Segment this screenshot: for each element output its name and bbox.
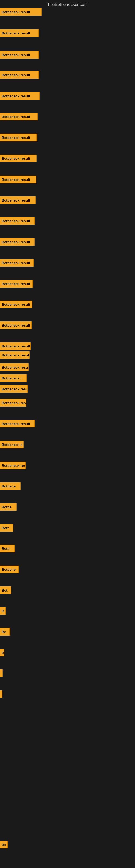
bottleneck-item: Bottleneck result [0,113,38,120]
bottleneck-item: Bottle [0,503,17,511]
bottleneck-item: B [0,649,4,656]
bottleneck-label: Bottleneck resu [2,387,27,391]
bottleneck-label: Bottleneck resu [2,464,25,468]
bottleneck-item: Bottleneck result [0,351,30,359]
bottleneck-label: Bottleneck result [2,282,30,286]
bottleneck-item: Bottleneck result [0,134,37,141]
bottleneck-item: Bottleneck result [0,259,34,267]
bottleneck-item: B [0,607,6,615]
bottleneck-item: Bottlene [0,482,20,490]
bottleneck-label: Bottleneck result [2,303,30,307]
bottleneck-item: Bo [0,841,8,848]
bottleneck-label: Bo [2,630,6,634]
bottleneck-label: Bott [2,526,9,530]
site-title: TheBottlenecker.com [0,0,135,9]
bottleneck-label: Bottleneck r [2,376,22,380]
bottleneck-item: Bottleneck resu [0,385,28,393]
bottleneck-label: Bottlene [2,484,16,488]
bottleneck-label: Bottleneck result [2,323,30,328]
bottleneck-label: B [2,651,3,655]
bottleneck-label: Bottleneck result [2,156,30,161]
bottleneck-item: Bottleneck result [0,196,36,204]
bottleneck-item: Bottleneck result [0,71,39,79]
bottleneck-label: Bottle [2,505,12,509]
bottleneck-label: Bottleneck result [2,135,30,140]
bottleneck-item: Bottleneck result [0,321,32,329]
bottleneck-item: Bottleneck res [0,399,27,407]
bottleneck-item: Bottleneck result [0,238,35,246]
bottleneck-label: Bottleneck result [2,198,30,203]
bottleneck-item: Bottleneck result [0,8,42,16]
bottleneck-label: Bo [2,843,6,847]
bottleneck-item: Bo [0,628,10,636]
bottleneck-label: Bottleneck result [2,73,30,77]
bottleneck-label: Bottl [2,547,10,551]
bottleneck-label: Bot [2,588,8,592]
bottleneck-label: Bottleneck result [2,353,29,357]
bottleneck-label: Bottleneck res [2,401,26,405]
bottleneck-label: Bottlene [2,567,16,571]
bottleneck-label: Bottleneck result [2,178,30,182]
bottleneck-item: Bottleneck result [0,176,37,183]
bottleneck-item: Bottleneck resu [0,462,26,469]
bottleneck-label: Bottleneck result [2,53,30,57]
bottleneck-label: Bottleneck result [2,219,30,223]
bottleneck-item: Bottleneck r [0,374,27,382]
bottleneck-item: Bottleneck result [0,51,39,59]
bottleneck-item [0,670,3,677]
bottleneck-item: Bottleneck result [0,92,40,100]
bottleneck-item [0,690,2,698]
bottleneck-item: Bottleneck result [0,217,35,225]
bottleneck-label: Bottleneck result [2,344,30,348]
bottleneck-item: Bottleneck result [0,301,32,308]
bottleneck-label: Bottleneck k [2,443,22,447]
bottleneck-item: Bottleneck resul [0,364,29,371]
bottleneck-item: Bottleneck result [0,420,35,428]
bottleneck-item: Bottleneck result [0,342,31,350]
bottleneck-label: Bottleneck result [2,422,30,426]
bottleneck-label: Bottleneck result [2,31,30,35]
bottleneck-item: Bottleneck result [0,29,39,37]
bottleneck-item: Bottl [0,545,15,552]
bottleneck-item: Bottleneck result [0,155,37,162]
bottleneck-item: Bott [0,524,13,532]
bottleneck-item: Bottleneck result [0,280,33,287]
bottleneck-label: Bottleneck result [2,10,30,14]
bottleneck-label: Bottleneck result [2,94,30,98]
bottleneck-item: Bot [0,586,11,594]
bottleneck-item: Bottleneck k [0,441,24,448]
bottleneck-label: Bottleneck result [2,261,30,265]
bottleneck-label: Bottleneck result [2,115,30,119]
bottleneck-label: B [2,609,4,613]
bottleneck-item: Bottlene [0,565,19,573]
bottleneck-label: Bottleneck result [2,240,30,244]
bottleneck-label: Bottleneck resul [2,365,28,369]
